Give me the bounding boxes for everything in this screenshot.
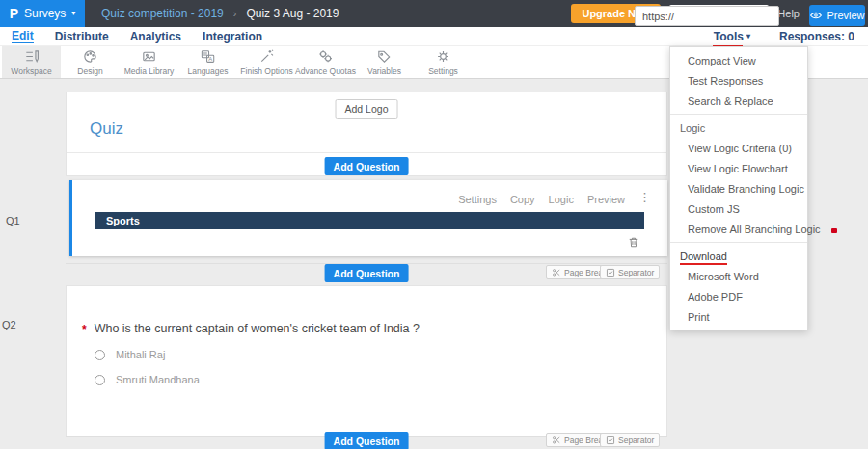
question-preview-link[interactable]: Preview bbox=[587, 194, 625, 205]
workspace-icon bbox=[23, 48, 40, 65]
separator-button[interactable]: Separator bbox=[600, 433, 660, 447]
toolbar-item-languages[interactable]: Languages bbox=[178, 46, 237, 78]
question-actions: Settings Copy Logic Preview bbox=[458, 194, 625, 205]
tab-integration[interactable]: Integration bbox=[203, 30, 262, 43]
toolbar-label: Finish Options bbox=[240, 66, 292, 76]
surveys-product-switcher[interactable]: P Surveys ▾ bbox=[0, 0, 85, 27]
option-label: Smruti Mandhana bbox=[116, 374, 200, 385]
survey-url-input[interactable] bbox=[635, 6, 779, 26]
menu-item-compact-view[interactable]: Compact View bbox=[670, 50, 807, 70]
separator-button[interactable]: Separator bbox=[600, 265, 660, 279]
radio-icon[interactable] bbox=[95, 375, 105, 385]
breadcrumb-folder[interactable]: Quiz competition - 2019 bbox=[101, 7, 224, 20]
responses-count[interactable]: Responses: 0 bbox=[779, 30, 854, 43]
add-logo-button[interactable]: Add Logo bbox=[336, 99, 398, 119]
survey-editor-app: P Surveys ▾ Quiz competition - 2019 › Qu… bbox=[0, 0, 868, 449]
question-number-q2: Q2 bbox=[2, 319, 16, 330]
radio-icon[interactable] bbox=[95, 350, 105, 360]
menu-section-download: Download bbox=[670, 246, 807, 266]
scissors-icon bbox=[552, 268, 561, 277]
menu-item-print[interactable]: Print bbox=[670, 306, 807, 327]
tools-label: Tools bbox=[714, 30, 744, 43]
annotation-underline-download: Download bbox=[680, 251, 727, 265]
chevron-down-icon: ▾ bbox=[746, 33, 750, 40]
preview-label: Preview bbox=[827, 10, 864, 21]
product-label: Surveys bbox=[24, 7, 66, 20]
toolbar-label: Settings bbox=[428, 66, 458, 76]
option-label: Mithali Raj bbox=[116, 349, 165, 360]
add-question-button[interactable]: Add Question bbox=[325, 432, 409, 449]
menu-item-adobe-pdf[interactable]: Adobe PDF bbox=[670, 286, 807, 306]
kebab-menu-icon[interactable]: ⋮ bbox=[638, 191, 651, 203]
tools-menu-button[interactable]: Tools ▾ bbox=[714, 30, 750, 43]
menu-divider bbox=[670, 242, 807, 243]
image-icon bbox=[141, 48, 157, 65]
add-question-button[interactable]: Add Question bbox=[325, 157, 409, 175]
toolbar-item-variables[interactable]: Variables bbox=[355, 46, 414, 78]
toolbar-item-design[interactable]: Design bbox=[61, 46, 120, 78]
section-heading-input[interactable]: Sports bbox=[95, 212, 644, 229]
chevron-down-icon: ▾ bbox=[71, 10, 75, 17]
separator-label: Separator bbox=[618, 268, 654, 277]
breadcrumb: Quiz competition - 2019 › Quiz 3 Aug - 2… bbox=[101, 7, 339, 20]
menu-item-test-responses[interactable]: Test Responses bbox=[670, 70, 807, 91]
toolbar-item-workspace[interactable]: Workspace bbox=[2, 46, 61, 78]
toolbar-label: Variables bbox=[367, 66, 401, 76]
required-asterisk: * bbox=[82, 322, 87, 336]
toolbar-label: Workspace bbox=[11, 66, 51, 76]
help-link[interactable]: Help bbox=[777, 8, 800, 19]
menu-item-remove-all-branching-logic[interactable]: Remove All Branching Logic bbox=[670, 219, 807, 239]
menu-section-logic: Logic bbox=[670, 118, 807, 138]
annotation-red-dot bbox=[831, 228, 837, 233]
wand-icon bbox=[258, 48, 275, 65]
survey-header-card: Add Logo Quiz Add Question bbox=[66, 92, 667, 176]
add-question-button[interactable]: Add Question bbox=[325, 264, 409, 282]
question-text-row: * Who is the current captain of women's … bbox=[82, 322, 420, 336]
toolbar-label: Advance Quotas bbox=[295, 66, 356, 76]
menu-item-search-replace[interactable]: Search & Replace bbox=[670, 91, 807, 111]
eye-icon bbox=[809, 11, 823, 20]
toolbar-item-media-library[interactable]: Media Library bbox=[120, 46, 178, 78]
palette-icon bbox=[82, 48, 98, 65]
breadcrumb-current-survey[interactable]: Quiz 3 Aug - 2019 bbox=[246, 7, 339, 20]
toolbar-label: Design bbox=[77, 66, 102, 76]
questionpro-logo-icon: P bbox=[10, 6, 18, 21]
question-number-q1: Q1 bbox=[6, 215, 20, 226]
tab-analytics[interactable]: Analytics bbox=[130, 30, 181, 43]
trash-icon bbox=[627, 235, 640, 250]
menu-item-validate-branching-logic[interactable]: Validate Branching Logic bbox=[670, 178, 807, 198]
tab-distribute[interactable]: Distribute bbox=[55, 30, 109, 43]
preview-button[interactable]: Preview bbox=[809, 5, 865, 26]
tag-icon bbox=[376, 48, 393, 65]
question-text[interactable]: Who is the current captain of women's cr… bbox=[95, 322, 420, 335]
section-nav: Edit Distribute Analytics Integration To… bbox=[0, 27, 868, 46]
tab-edit[interactable]: Edit bbox=[12, 29, 34, 43]
toolbar-item-settings[interactable]: Settings bbox=[414, 46, 473, 78]
separator-label: Separator bbox=[618, 436, 654, 445]
toolbar-item-advance-quotas[interactable]: Advance Quotas bbox=[296, 46, 355, 78]
answer-option-2[interactable]: Smruti Mandhana bbox=[95, 374, 200, 385]
question-copy-link[interactable]: Copy bbox=[510, 194, 535, 205]
breadcrumb-separator-icon: › bbox=[233, 8, 237, 19]
toolbar-label: Languages bbox=[187, 66, 228, 76]
menu-item-view-logic-flowchart[interactable]: View Logic Flowchart bbox=[670, 158, 807, 178]
divider bbox=[67, 152, 666, 153]
question-logic-link[interactable]: Logic bbox=[549, 194, 574, 205]
toolbar-item-finish-options[interactable]: Finish Options bbox=[237, 46, 296, 78]
question-block-q2[interactable]: * Who is the current captain of women's … bbox=[66, 285, 667, 436]
menu-item-microsoft-word[interactable]: Microsoft Word bbox=[670, 266, 807, 286]
checkbox-icon bbox=[606, 268, 615, 277]
toolbar-label: Media Library bbox=[124, 66, 175, 76]
menu-item-view-logic-criteria[interactable]: View Logic Criteria (0) bbox=[670, 138, 807, 158]
scissors-icon bbox=[552, 436, 561, 445]
survey-title[interactable]: Quiz bbox=[90, 119, 123, 139]
menu-item-custom-js[interactable]: Custom JS bbox=[670, 198, 807, 219]
tools-menu: Compact View Test Responses Search & Rep… bbox=[669, 46, 808, 330]
answer-option-1[interactable]: Mithali Raj bbox=[95, 349, 165, 360]
delete-question-button[interactable] bbox=[627, 234, 640, 250]
checkbox-icon bbox=[606, 436, 615, 445]
question-settings-link[interactable]: Settings bbox=[458, 194, 497, 205]
gear-icon bbox=[435, 48, 451, 65]
menu-divider bbox=[670, 114, 807, 115]
question-block-q1[interactable]: Settings Copy Logic Preview ⋮ Sports bbox=[69, 180, 667, 256]
